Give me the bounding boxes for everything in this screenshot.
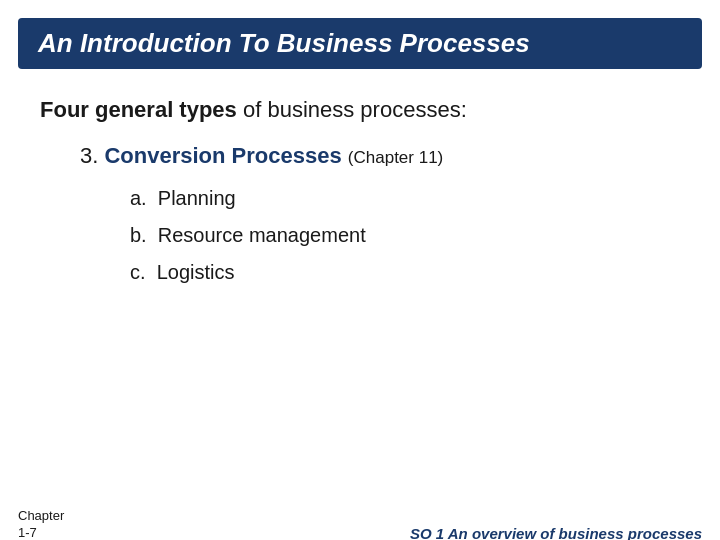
sub-letter: a. [130,187,158,209]
sub-text: Logistics [157,261,235,283]
item-number: 3. [80,143,104,168]
level2-list: a. Planning b. Resource management c. Lo… [80,187,680,284]
chapter-ref: (Chapter 11) [348,148,443,167]
item-label: Conversion Processes [104,143,341,168]
slide: An Introduction To Business Processes Fo… [0,18,720,540]
chapter-number: 1-7 [18,525,64,540]
level1-list: 3. Conversion Processes (Chapter 11) a. … [40,143,680,284]
footer-so: SO 1 An overview of business processes [410,525,702,540]
list-item: a. Planning [130,187,680,210]
sub-letter: b. [130,224,158,246]
list-item: b. Resource management [130,224,680,247]
slide-title: An Introduction To Business Processes [38,28,530,58]
footer-chapter: Chapter 1-7 [18,508,64,540]
intro-bold: Four general types [40,97,237,122]
footer: Chapter 1-7 SO 1 An overview of business… [0,508,720,540]
sub-text: Planning [158,187,236,209]
title-bar: An Introduction To Business Processes [18,18,702,69]
sub-letter: c. [130,261,157,283]
content-area: Four general types of business processes… [0,69,720,284]
list-item: c. Logistics [130,261,680,284]
intro-normal: of business processes: [237,97,467,122]
chapter-label: Chapter [18,508,64,525]
list-item: 3. Conversion Processes (Chapter 11) [80,143,680,169]
sub-text: Resource management [158,224,366,246]
intro-line: Four general types of business processes… [40,97,680,123]
